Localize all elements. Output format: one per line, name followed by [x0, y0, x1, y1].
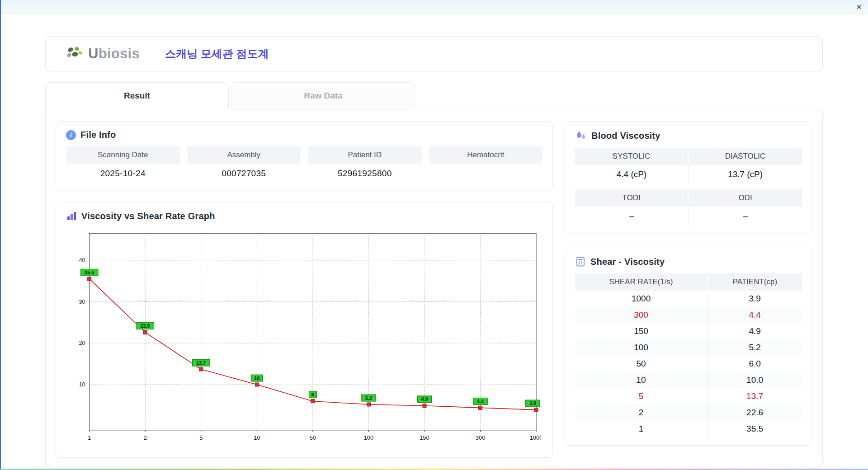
- svg-text:2: 2: [144, 434, 147, 441]
- shear-table-row: 5 13.7: [575, 388, 802, 404]
- shear-table-body: 1000 3.9 300 4.4 150 4.9 100 5.2 50 6.0 …: [575, 291, 802, 437]
- result-panel: i File Info Scanning Date 2025-10-24 Ass…: [45, 109, 823, 467]
- file-info-field: Scanning Date 2025-10-24: [66, 146, 180, 182]
- ubiosis-logo-icon: [66, 46, 85, 62]
- tab-bar: Result Raw Data: [45, 82, 823, 109]
- svg-text:50: 50: [310, 434, 316, 441]
- header-card: Ubiosis 스캐닝 모세관 점도계: [45, 36, 823, 71]
- svg-text:100: 100: [364, 434, 374, 441]
- shear-table-row: 50 6.0: [575, 356, 802, 372]
- bv-label-diastolic: DIASTOLIC: [689, 148, 802, 165]
- brand-text: Ubiosis: [88, 46, 140, 62]
- shear-table-row: 1 35.5: [575, 421, 802, 437]
- tab-raw-data[interactable]: Raw Data: [231, 82, 415, 109]
- bv-value-row-1: 4.4 (cP) 13.7 (cP): [575, 165, 802, 184]
- graph-card: Viscosity vs Shear Rate Graph 1020304012…: [56, 202, 553, 458]
- svg-text:300: 300: [476, 434, 486, 441]
- chart-wrap: 102030401251050100150300100035.522.613.7…: [66, 228, 542, 449]
- bv-header-row-2: TODI ODI: [575, 189, 802, 207]
- bv-header-row-1: SYSTOLIC DIASTOLIC: [575, 148, 802, 165]
- close-icon[interactable]: ×: [856, 2, 862, 11]
- svg-text:30: 30: [79, 298, 85, 305]
- field-label: Patient ID: [308, 146, 422, 164]
- page-title: 스캐닝 모세관 점도계: [165, 47, 269, 61]
- patient-cell: 5.2: [708, 339, 802, 356]
- bv-label-odi: ODI: [689, 189, 802, 207]
- patient-cell: 4.9: [708, 323, 802, 339]
- shear-rate-cell: 5: [575, 388, 708, 404]
- field-label: Hematocrit: [429, 146, 543, 164]
- shear-table-row: 10 10.0: [575, 372, 802, 388]
- shear-rate-cell: 50: [575, 356, 708, 372]
- col-shear-rate: SHEAR RATE(1/s): [575, 273, 708, 291]
- bv-label-todi: TODI: [575, 189, 689, 207]
- file-info-field: Patient ID 52961925800: [308, 146, 422, 182]
- shear-viscosity-title: Shear - Viscosity: [590, 257, 665, 267]
- field-value: 000727035: [187, 164, 301, 182]
- svg-text:40: 40: [79, 257, 85, 263]
- shear-rate-cell: 10: [575, 372, 708, 388]
- shear-rate-cell: 2: [575, 404, 708, 421]
- shear-rate-cell: 1000: [575, 291, 708, 307]
- patient-cell: 3.9: [708, 291, 802, 307]
- bv-value-todi: –: [575, 207, 689, 226]
- svg-text:10: 10: [254, 376, 259, 381]
- graph-title: Viscosity vs Shear Rate Graph: [81, 211, 215, 221]
- patient-cell: 22.6: [708, 404, 802, 421]
- svg-text:150: 150: [420, 434, 429, 441]
- ubiosis-logo: Ubiosis: [66, 46, 140, 62]
- shear-rate-cell: 100: [575, 339, 708, 356]
- viscosity-chart: 102030401251050100150300100035.522.613.7…: [66, 228, 541, 447]
- svg-text:4.9: 4.9: [421, 396, 428, 402]
- tab-result[interactable]: Result: [45, 82, 229, 109]
- file-info-field: Assembly 000727035: [187, 146, 301, 182]
- file-info-card: i File Info Scanning Date 2025-10-24 Ass…: [56, 121, 553, 190]
- shear-table-row: 300 4.4: [575, 307, 802, 323]
- patient-cell: 13.7: [708, 388, 802, 404]
- col-patient: PATIENT(cp): [708, 273, 802, 291]
- shear-table-row: 1000 3.9: [575, 291, 802, 307]
- svg-text:13.7: 13.7: [196, 360, 206, 366]
- bv-value-row-2: – –: [575, 207, 802, 226]
- svg-text:5: 5: [199, 434, 203, 441]
- svg-text:20: 20: [79, 339, 85, 346]
- svg-text:35.5: 35.5: [85, 270, 94, 275]
- calculator-icon: [575, 256, 586, 267]
- shear-table-row: 150 4.9: [575, 323, 802, 339]
- shear-rate-cell: 300: [575, 307, 708, 323]
- svg-text:5.2: 5.2: [365, 395, 372, 401]
- page: Ubiosis 스캐닝 모세관 점도계 Result Raw Data i Fi…: [0, 14, 868, 467]
- field-label: Assembly: [187, 146, 301, 164]
- droplets-icon: [575, 130, 587, 141]
- window-titlebar: ×: [0, 0, 868, 14]
- svg-text:6: 6: [311, 392, 314, 397]
- svg-text:3.9: 3.9: [529, 400, 536, 406]
- info-icon: i: [66, 130, 76, 140]
- field-value: 2025-10-24: [66, 164, 180, 182]
- file-info-field: Hematocrit: [429, 146, 543, 182]
- svg-text:1000: 1000: [530, 434, 541, 441]
- brand-rest: biosis: [99, 46, 140, 62]
- patient-cell: 35.5: [708, 421, 802, 437]
- file-info-fields: Scanning Date 2025-10-24 Assembly 000727…: [66, 146, 542, 182]
- bv-value-systolic: 4.4 (cP): [575, 165, 689, 184]
- blood-viscosity-title: Blood Viscosity: [591, 131, 660, 141]
- patient-cell: 6.0: [708, 356, 802, 372]
- svg-text:10: 10: [79, 381, 85, 388]
- svg-text:10: 10: [254, 434, 260, 441]
- file-info-title: File Info: [80, 130, 116, 140]
- window-left-border: [0, 0, 1, 470]
- shear-rate-cell: 150: [575, 323, 708, 339]
- shear-table-header: SHEAR RATE(1/s) PATIENT(cp): [575, 273, 802, 291]
- svg-text:22.6: 22.6: [141, 323, 150, 329]
- bar-chart-icon: [66, 211, 77, 221]
- shear-viscosity-card: Shear - Viscosity SHEAR RATE(1/s) PATIEN…: [565, 248, 812, 446]
- shear-viscosity-table: SHEAR RATE(1/s) PATIENT(cp) 1000 3.9 300…: [575, 273, 802, 437]
- shear-table-row: 100 5.2: [575, 339, 802, 356]
- field-value: [429, 164, 543, 182]
- shear-rate-cell: 1: [575, 421, 708, 437]
- patient-cell: 10.0: [708, 372, 802, 388]
- shear-table-row: 2 22.6: [575, 404, 802, 421]
- blood-viscosity-card: Blood Viscosity SYSTOLIC DIASTOLIC 4.4 (…: [565, 121, 812, 234]
- field-label: Scanning Date: [66, 146, 180, 164]
